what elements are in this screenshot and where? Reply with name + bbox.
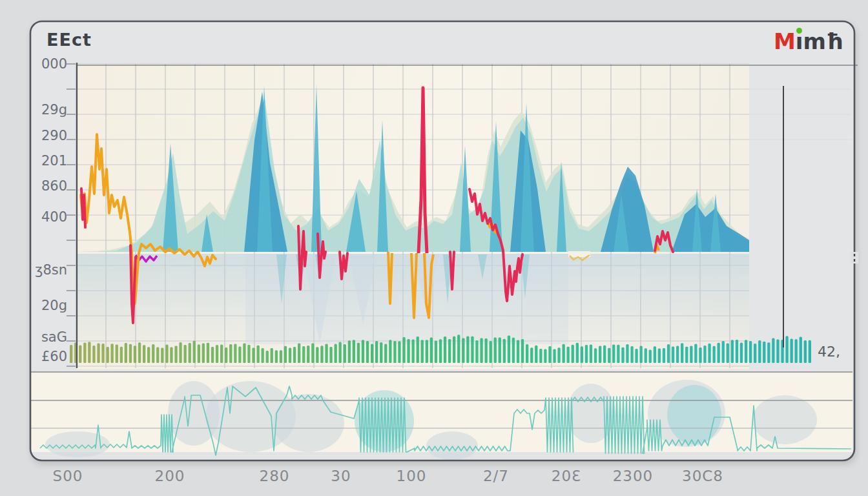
volume-bar bbox=[499, 338, 501, 363]
volume-bar bbox=[722, 341, 725, 363]
volume-bar bbox=[736, 340, 738, 363]
volume-bar bbox=[480, 338, 482, 363]
volume-bar bbox=[658, 348, 661, 363]
volume-bar bbox=[402, 337, 405, 363]
volume-bar bbox=[740, 343, 743, 364]
volume-bar bbox=[280, 350, 282, 363]
volume-bar bbox=[252, 347, 254, 363]
volume-bar bbox=[718, 343, 720, 363]
volume-bar bbox=[745, 340, 747, 363]
volume-bar bbox=[590, 345, 592, 364]
y-axis-tick-label: 000 bbox=[26, 56, 67, 72]
volume-bar bbox=[621, 347, 624, 363]
volume-bar bbox=[485, 338, 488, 363]
volume-bar bbox=[134, 346, 136, 363]
y-axis-tick-label: 290 bbox=[26, 128, 67, 143]
volume-bar bbox=[448, 339, 451, 363]
volume-bar bbox=[599, 346, 601, 364]
volume-bar bbox=[307, 346, 309, 363]
volume-bar bbox=[211, 347, 214, 363]
page-title: EEct bbox=[46, 30, 92, 50]
volume-bar bbox=[654, 346, 656, 363]
volume-bar bbox=[380, 342, 382, 363]
x-axis-tick-label: 2/7 bbox=[467, 468, 525, 484]
volume-bar bbox=[553, 349, 555, 363]
volume-bar bbox=[439, 339, 442, 363]
volume-bar bbox=[526, 344, 528, 363]
y-axis-tick-label: 29g bbox=[26, 102, 67, 118]
volume-bar bbox=[234, 344, 236, 364]
volume-bar bbox=[804, 340, 807, 363]
volume-bar bbox=[165, 345, 168, 364]
volume-bar bbox=[198, 344, 200, 363]
volume-bar bbox=[111, 344, 114, 363]
volume-bar bbox=[672, 347, 674, 363]
volume-bar bbox=[421, 340, 424, 363]
volume-bar bbox=[617, 345, 619, 363]
volume-bar bbox=[430, 338, 433, 364]
volume-bar bbox=[572, 345, 574, 363]
volume-bar bbox=[475, 340, 478, 363]
volume-bar bbox=[809, 340, 811, 363]
logo-rest: mħ bbox=[803, 28, 843, 54]
volume-bar bbox=[749, 341, 752, 363]
volume-bar bbox=[685, 347, 688, 363]
volume-bar bbox=[663, 348, 665, 363]
volume-bar bbox=[362, 340, 364, 363]
volume-bar bbox=[92, 346, 95, 363]
volume-bar bbox=[676, 346, 679, 363]
volume-bar bbox=[393, 341, 396, 363]
volume-bar bbox=[320, 346, 323, 363]
volume-bar bbox=[462, 338, 464, 363]
volume-bar bbox=[800, 337, 802, 364]
volume-bar bbox=[120, 347, 123, 363]
volume-bar bbox=[271, 348, 273, 363]
x-axis-tick-label: 30C8 bbox=[674, 468, 732, 484]
logo-letter-i: ı bbox=[796, 28, 803, 54]
y-axis-tick-label: £60 bbox=[26, 349, 67, 364]
volume-bar bbox=[189, 343, 191, 363]
volume-bar bbox=[548, 346, 551, 363]
volume-bar bbox=[170, 347, 172, 363]
volume-bar bbox=[444, 336, 446, 363]
x-axis-tick-label: 20Ɛ bbox=[537, 468, 595, 484]
volume-bar bbox=[257, 346, 260, 363]
x-axis-tick-label: S00 bbox=[39, 468, 97, 484]
y-axis-tick-label: 201 bbox=[26, 153, 67, 169]
border-gap bbox=[851, 252, 858, 264]
volume-bar bbox=[88, 342, 90, 363]
volume-bar bbox=[184, 345, 187, 363]
teal-patch bbox=[667, 385, 721, 444]
soft-blob bbox=[426, 431, 478, 460]
volume-bar bbox=[339, 342, 342, 364]
volume-bar bbox=[776, 340, 779, 363]
logo-letter-m: M bbox=[774, 28, 796, 54]
volume-bar bbox=[262, 348, 264, 363]
volume-bar bbox=[594, 348, 597, 363]
volume-bar bbox=[284, 346, 287, 363]
x-axis-tick-label: 280 bbox=[245, 468, 304, 484]
volume-bar bbox=[521, 339, 524, 363]
volume-bar bbox=[690, 346, 692, 363]
volume-bar bbox=[667, 344, 670, 363]
right-value-label: 42, bbox=[818, 344, 840, 360]
volume-bar bbox=[758, 340, 761, 363]
volume-bar bbox=[703, 346, 706, 363]
volume-bar bbox=[754, 344, 756, 363]
volume-bar bbox=[581, 346, 583, 363]
volume-bar bbox=[490, 341, 492, 363]
x-axis-tick-label: 30 bbox=[312, 468, 370, 484]
volume-bar bbox=[426, 340, 428, 363]
volume-bar bbox=[713, 346, 716, 363]
volume-bar bbox=[772, 338, 774, 363]
volume-bar bbox=[179, 342, 181, 363]
volume-bar bbox=[229, 344, 232, 363]
volume-bar bbox=[608, 348, 610, 363]
y-axis-tick-label: 400 bbox=[26, 209, 67, 225]
y-axis-tick-label: ʒ8sn bbox=[26, 262, 67, 278]
volume-bar bbox=[763, 342, 765, 363]
volume-bar bbox=[125, 343, 127, 363]
volume-bar bbox=[107, 347, 109, 363]
volume-bar bbox=[539, 349, 542, 363]
volume-bar bbox=[275, 350, 278, 363]
